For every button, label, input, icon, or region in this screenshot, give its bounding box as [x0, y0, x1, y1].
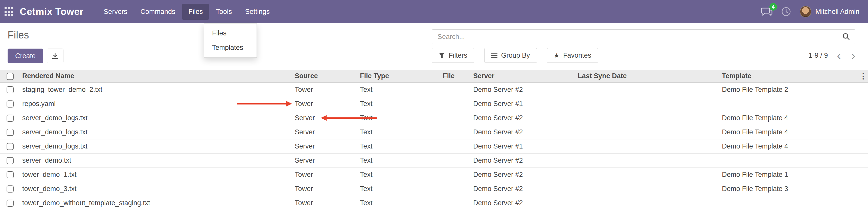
cell-file-type: Text — [355, 125, 438, 139]
create-button[interactable]: Create — [8, 49, 43, 63]
nav-item-settings[interactable]: Settings — [239, 4, 276, 20]
apps-grid-icon[interactable] — [0, 0, 18, 23]
group-by-icon — [491, 52, 498, 59]
favorites-button[interactable]: ★ Favorites — [547, 48, 598, 63]
annotation-arrow-source-server — [326, 117, 377, 119]
cell-source: Tower — [290, 83, 355, 97]
cell-server: Demo Server #1 — [468, 97, 573, 111]
pager-previous-button[interactable]: ‹ — [835, 50, 842, 61]
nav-menus: ServersCommandsFilesToolsSettings — [98, 0, 276, 23]
action-buttons: Create — [8, 49, 63, 63]
row-checkbox[interactable] — [7, 129, 14, 136]
cell-server: Demo Server #2 — [468, 111, 573, 125]
nav-item-servers[interactable]: Servers — [98, 4, 133, 20]
cell-template: Demo File Template 4 — [717, 139, 858, 153]
pager-next-button[interactable]: › — [850, 50, 857, 61]
cell-file — [438, 83, 468, 97]
table-row[interactable]: repos.yaml Tower Text Demo Server #1 — [0, 97, 868, 111]
control-panel: Files Create Filters Group — [0, 23, 868, 70]
filter-funnel-icon — [439, 52, 445, 59]
row-checkbox[interactable] — [7, 157, 14, 164]
cell-source: Tower — [290, 97, 355, 111]
table-row[interactable]: server_demo_logs.txt Server Text Demo Se… — [0, 139, 868, 153]
cell-file — [438, 139, 468, 153]
cell-file — [438, 125, 468, 139]
column-header-rendered-name[interactable]: Rendered Name — [17, 70, 290, 83]
row-checkbox[interactable] — [7, 171, 14, 178]
cell-last-sync-date — [573, 153, 717, 168]
nav-item-commands[interactable]: Commands — [134, 4, 181, 20]
dropdown-item-files[interactable]: Files — [204, 26, 256, 40]
pager-range: 1-9 / 9 — [809, 52, 828, 59]
dropdown-item-templates[interactable]: Templates — [204, 40, 256, 55]
cell-file — [438, 153, 468, 168]
cell-template — [717, 153, 858, 168]
files-dropdown-menu: FilesTemplates — [204, 23, 257, 58]
cell-server: Demo Server #2 — [468, 168, 573, 182]
search-box — [432, 29, 855, 44]
column-header-template[interactable]: Template — [717, 70, 858, 83]
row-checkbox[interactable] — [7, 143, 14, 150]
page-title: Files — [8, 29, 29, 41]
cell-rendered-name: server_demo_logs.txt — [17, 125, 290, 139]
cell-file-type: Text — [355, 182, 438, 196]
column-header-last-sync-date[interactable]: Last Sync Date — [573, 70, 717, 83]
table-row[interactable]: tower_demo_1.txt Tower Text Demo Server … — [0, 168, 868, 182]
table-row[interactable]: tower_demo_3.txt Tower Text Demo Server … — [0, 182, 868, 196]
cell-rendered-name: server_demo.txt — [17, 153, 290, 168]
cell-rendered-name: server_demo_logs.txt — [17, 111, 290, 125]
nav-item-tools[interactable]: Tools — [210, 4, 238, 20]
annotation-arrow-source-tower — [237, 103, 287, 104]
filter-row: Filters Group By ★ Favorites — [432, 48, 598, 63]
activities-clock-icon[interactable] — [781, 7, 791, 17]
column-header-file-type[interactable]: File Type — [355, 70, 438, 83]
optional-columns-icon[interactable]: ⋮ — [858, 70, 868, 83]
cell-file-type: Text — [355, 139, 438, 153]
cell-last-sync-date — [573, 83, 717, 97]
nav-item-files[interactable]: Files — [182, 4, 209, 20]
cell-server: Demo Server #2 — [468, 125, 573, 139]
table-row[interactable]: server_demo_logs.txt Server Text Demo Se… — [0, 111, 868, 125]
cell-template: Demo File Template 3 — [717, 182, 858, 196]
user-avatar — [800, 6, 811, 18]
column-header-server[interactable]: Server — [468, 70, 573, 83]
cell-template: Demo File Template 1 — [717, 168, 858, 182]
row-checkbox[interactable] — [7, 86, 14, 93]
row-checkbox[interactable] — [7, 185, 14, 192]
user-menu[interactable]: Mitchell Admin — [800, 6, 859, 18]
navbar-right-cluster: 4 Mitchell Admin — [761, 6, 868, 18]
cell-server: Demo Server #1 — [468, 139, 573, 153]
cell-last-sync-date — [573, 168, 717, 182]
search-icon[interactable] — [842, 33, 850, 42]
table-row[interactable]: staging_tower_demo_2.txt Tower Text Demo… — [0, 83, 868, 97]
cell-template: Demo File Template 4 — [717, 111, 858, 125]
cell-file-type: Text — [355, 83, 438, 97]
column-header-source[interactable]: Source — [290, 70, 355, 83]
table-row[interactable]: server_demo_logs.txt Server Text Demo Se… — [0, 125, 868, 139]
cell-template: Demo File Template 4 — [717, 125, 858, 139]
cell-server: Demo Server #2 — [468, 182, 573, 196]
filters-button[interactable]: Filters — [432, 48, 474, 63]
cell-source: Server — [290, 125, 355, 139]
cell-rendered-name: tower_demo_3.txt — [17, 182, 290, 196]
cell-rendered-name: tower_demo_1.txt — [17, 168, 290, 182]
group-by-button[interactable]: Group By — [484, 48, 537, 63]
group-by-label: Group By — [501, 52, 530, 59]
table-row[interactable]: server_demo.txt Server Text Demo Server … — [0, 153, 868, 168]
cell-source: Tower — [290, 168, 355, 182]
cell-file-type: Text — [355, 97, 438, 111]
export-button[interactable] — [47, 49, 63, 63]
star-icon: ★ — [554, 52, 560, 59]
row-checkbox[interactable] — [7, 100, 14, 108]
app-brand-title[interactable]: Cetmix Tower — [20, 6, 84, 17]
cell-source: Tower — [290, 196, 355, 210]
cell-file — [438, 168, 468, 182]
row-checkbox[interactable] — [7, 115, 14, 122]
table-row[interactable]: tower_demo_without_template_staging.txt … — [0, 196, 868, 210]
select-all-checkbox[interactable] — [7, 73, 14, 80]
favorites-label: Favorites — [563, 52, 591, 59]
row-checkbox[interactable] — [7, 200, 14, 207]
column-header-file[interactable]: File — [438, 70, 468, 83]
search-input[interactable] — [432, 29, 855, 44]
messages-icon[interactable]: 4 — [761, 7, 772, 17]
